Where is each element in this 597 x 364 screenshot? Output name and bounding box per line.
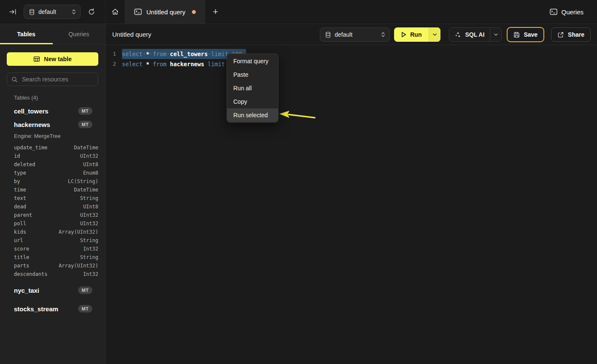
- column-name: type: [14, 170, 26, 176]
- sql-console-app: default Untitled query: [0, 0, 597, 364]
- code-lines: 1select·*·from·cell_towers·limit·1002sel…: [105, 49, 597, 69]
- sidebar-tab-queries-label: Queries: [68, 31, 89, 38]
- table-row-stocks_stream[interactable]: stocks_streamMT: [7, 302, 98, 315]
- refresh-button[interactable]: [86, 6, 97, 17]
- whitespace-dot: ·: [149, 51, 153, 57]
- active-tab-underline: [0, 43, 53, 44]
- context-menu-item-copy[interactable]: Copy: [227, 95, 278, 108]
- new-table-button[interactable]: New table: [7, 52, 98, 66]
- column-row[interactable]: partsArray(UInt32): [7, 262, 98, 270]
- plus-icon: +: [213, 6, 218, 17]
- share-button[interactable]: Share: [551, 27, 591, 42]
- home-button[interactable]: [105, 0, 125, 24]
- column-type: UInt32: [80, 153, 98, 159]
- column-row[interactable]: idUInt32: [7, 152, 98, 160]
- top-bar-right: Queries: [547, 0, 597, 24]
- sql-ai-button-main[interactable]: SQL AI: [449, 28, 490, 41]
- column-name: parts: [14, 263, 29, 269]
- run-button[interactable]: Run: [394, 27, 440, 42]
- table-name: hackernews: [14, 121, 50, 128]
- share-button-label: Share: [568, 31, 584, 38]
- table-row-hackernews[interactable]: hackernewsMT: [7, 118, 98, 131]
- column-type: Enum8: [83, 170, 98, 176]
- code-line[interactable]: 2select * from hackernews limit: [105, 59, 597, 69]
- column-type: String: [80, 237, 98, 243]
- column-row[interactable]: deletedUInt8: [7, 160, 98, 169]
- editor-context-menu: Format queryPasteRun allCopyRun selected: [227, 54, 278, 123]
- column-name: poll: [14, 221, 26, 226]
- context-menu-item-run-selected[interactable]: Run selected: [227, 108, 278, 122]
- terminal-icon: [134, 8, 142, 15]
- top-bar-left: default: [0, 0, 105, 24]
- code-line[interactable]: 1select·*·from·cell_towers·limit·100: [105, 49, 597, 59]
- column-type: UInt8: [83, 162, 98, 167]
- tab-untitled-query[interactable]: Untitled query: [125, 0, 205, 24]
- sql-ai-options-caret[interactable]: [490, 28, 501, 41]
- database-selector[interactable]: default: [24, 5, 81, 19]
- column-row[interactable]: deadUInt8: [7, 202, 98, 211]
- search-icon: [11, 76, 18, 83]
- run-options-caret[interactable]: [429, 27, 440, 42]
- column-row[interactable]: titleString: [7, 253, 98, 262]
- save-button-label: Save: [524, 31, 538, 38]
- column-row[interactable]: parentUInt32: [7, 211, 98, 219]
- tab-label: Untitled query: [146, 8, 186, 16]
- sql-editor[interactable]: 1select·*·from·cell_towers·limit·1002sel…: [105, 45, 597, 69]
- sidebar-tabs: Tables Queries: [0, 24, 105, 44]
- column-row[interactable]: typeEnum8: [7, 169, 98, 177]
- column-name: kids: [14, 229, 26, 235]
- refresh-icon: [88, 8, 95, 16]
- column-row[interactable]: kidsArray(UInt32): [7, 228, 98, 236]
- sidebar-tab-tables[interactable]: Tables: [0, 24, 53, 44]
- column-name: id: [14, 153, 20, 159]
- sparkles-icon: [455, 32, 461, 38]
- table-name: cell_towers: [14, 108, 49, 115]
- column-type: String: [80, 254, 98, 260]
- column-row[interactable]: pollUInt32: [7, 219, 98, 228]
- collapse-sidebar-button[interactable]: [8, 7, 18, 17]
- column-row[interactable]: byLC(String): [7, 177, 98, 186]
- column-row[interactable]: timeDateTime: [7, 186, 98, 194]
- column-name: score: [14, 246, 29, 252]
- column-row[interactable]: urlString: [7, 236, 98, 245]
- queries-button[interactable]: Queries: [547, 8, 586, 16]
- column-name: parent: [14, 212, 32, 218]
- query-tab-strip: Untitled query +: [105, 0, 226, 24]
- save-button[interactable]: Save: [507, 27, 544, 42]
- column-type: String: [80, 195, 98, 201]
- search-input[interactable]: [21, 75, 94, 83]
- query-title: Untitled query: [112, 31, 151, 38]
- column-row[interactable]: textString: [7, 194, 98, 202]
- editor-database-selector[interactable]: default: [320, 27, 390, 42]
- column-type: UInt8: [83, 204, 98, 210]
- new-table-button-label: New table: [44, 56, 71, 62]
- home-icon: [111, 8, 119, 16]
- engine-badge: MT: [78, 305, 92, 313]
- chevron-down-icon: [494, 33, 498, 36]
- column-row[interactable]: descendantsInt32: [7, 270, 98, 278]
- line-number: 2: [112, 59, 116, 69]
- editor-header-controls: default Run: [320, 24, 591, 45]
- column-row[interactable]: update_timeDateTime: [7, 143, 98, 152]
- line-number: 1: [112, 49, 116, 59]
- sidebar-tab-tables-label: Tables: [17, 31, 35, 38]
- sidebar-tab-queries[interactable]: Queries: [53, 24, 105, 44]
- column-type: DateTime: [74, 145, 98, 151]
- column-type: Array(UInt32): [59, 263, 98, 269]
- column-type: Int32: [83, 246, 98, 252]
- column-type: UInt32: [80, 212, 98, 218]
- sql-ai-button[interactable]: SQL AI: [449, 27, 502, 42]
- run-button-main[interactable]: Run: [394, 27, 429, 42]
- table-row-cell_towers[interactable]: cell_towersMT: [7, 104, 98, 118]
- table-row-nyc_taxi[interactable]: nyc_taxiMT: [7, 283, 98, 297]
- column-name: time: [14, 187, 26, 193]
- save-icon: [513, 32, 520, 38]
- context-menu-item-run-all[interactable]: Run all: [227, 81, 278, 95]
- column-row[interactable]: scoreInt32: [7, 245, 98, 253]
- database-selector-value: default: [38, 8, 68, 15]
- engine-badge: MT: [78, 286, 92, 294]
- context-menu-item-format-query[interactable]: Format query: [227, 54, 278, 68]
- column-name: url: [14, 237, 23, 243]
- context-menu-item-paste[interactable]: Paste: [227, 68, 278, 81]
- new-tab-button[interactable]: +: [205, 0, 226, 24]
